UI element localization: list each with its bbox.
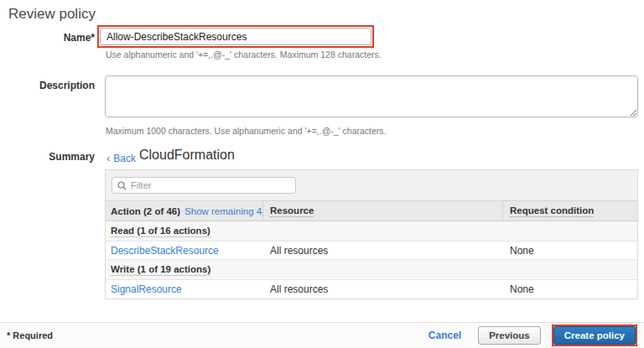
group-row-read: Read (1 of 16 actions)	[106, 221, 637, 242]
column-header-action: Action (2 of 46) Show remaining 44	[106, 201, 263, 221]
summary-table-panel: Action (2 of 46) Show remaining 44 Resou…	[105, 169, 638, 299]
create-policy-highlight-annotation: Create policy	[552, 325, 637, 346]
resource-cell: All resources	[263, 242, 503, 259]
summary-label: Summary	[0, 151, 95, 163]
condition-cell: None	[503, 280, 637, 299]
filter-input[interactable]	[131, 180, 290, 190]
policy-description-textarea[interactable]	[105, 75, 638, 117]
required-note: * Required	[7, 330, 53, 340]
write-group-label: Write (1 of 19 actions)	[111, 264, 210, 276]
condition-cell: None	[503, 242, 637, 259]
name-label: Name*	[0, 32, 95, 44]
back-link[interactable]: ‹Back	[106, 152, 136, 164]
group-row-write: Write (1 of 19 actions)	[106, 260, 637, 280]
resource-header-label: Resource	[270, 205, 314, 217]
back-link-label: Back	[113, 153, 136, 164]
description-help-text: Maximum 1000 characters. Use alphanumeri…	[106, 126, 386, 136]
filter-bar	[106, 170, 637, 200]
footer-bar: * Required Cancel Previous Create policy	[0, 322, 644, 348]
table-row: SignalResource All resources None	[106, 280, 637, 299]
previous-button[interactable]: Previous	[478, 326, 541, 345]
chevron-left-icon: ‹	[106, 152, 110, 164]
cancel-link[interactable]: Cancel	[428, 330, 461, 341]
column-header-request-condition: Request condition	[503, 201, 637, 221]
action-link-signalresource[interactable]: SignalResource	[111, 283, 182, 295]
description-label: Description	[0, 80, 95, 91]
create-policy-button[interactable]: Create policy	[553, 326, 636, 345]
page-title: Review policy	[8, 6, 96, 23]
read-group-label: Read (1 of 16 actions)	[111, 226, 210, 237]
review-policy-page: Review policy Name* Use alphanumeric and…	[0, 0, 644, 348]
table-header-row: Action (2 of 46) Show remaining 44 Resou…	[106, 200, 637, 221]
policy-name-input[interactable]	[100, 28, 371, 45]
request-condition-header-label: Request condition	[510, 205, 594, 217]
search-icon	[117, 181, 127, 190]
action-link-describestackresource[interactable]: DescribeStackResource	[111, 245, 219, 257]
column-header-resource: Resource	[263, 201, 503, 221]
resource-cell: All resources	[263, 280, 503, 299]
table-row: DescribeStackResource All resources None	[106, 242, 637, 260]
service-title: CloudFormation	[139, 148, 235, 163]
name-help-text: Use alphanumeric and '+=,.@-_' character…	[106, 49, 382, 60]
show-remaining-link[interactable]: Show remaining 44	[184, 206, 263, 216]
action-count-label: Action (2 of 46)	[111, 206, 180, 216]
filter-input-wrap	[112, 177, 296, 194]
